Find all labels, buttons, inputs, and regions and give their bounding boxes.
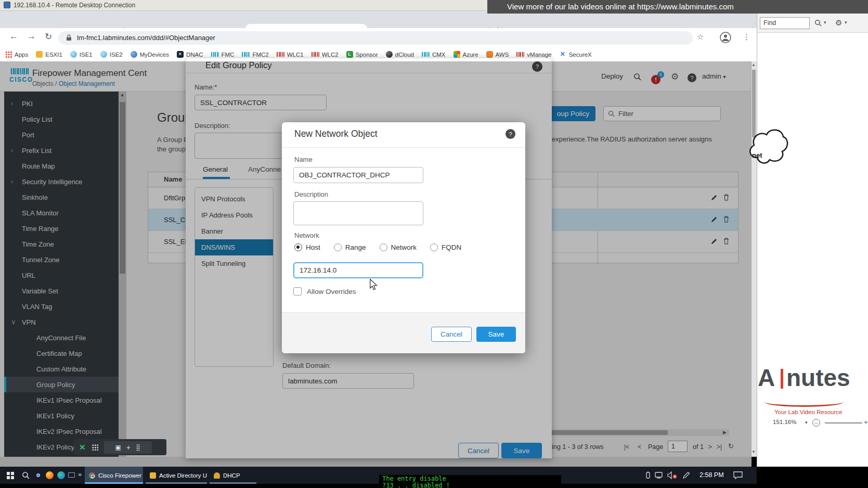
radio-network[interactable]: Network [380, 243, 417, 251]
apps-grid-icon[interactable] [92, 444, 98, 451]
azure-icon [454, 51, 460, 58]
logo-swoosh [765, 397, 844, 407]
forward-button[interactable]: → [27, 31, 36, 42]
profile-avatar[interactable] [720, 32, 731, 43]
ad-users-icon [150, 472, 156, 479]
radio-host[interactable]: Host [294, 243, 320, 251]
cisco-icon [242, 52, 250, 57]
bookmark-securex[interactable]: SecureX [560, 51, 592, 58]
usb-tray-icon[interactable] [645, 471, 651, 479]
cancel-button[interactable]: Cancel [431, 327, 472, 342]
bookmark-wlc1[interactable]: WLC1 [277, 52, 304, 58]
cloud-label: net [752, 151, 762, 159]
bookmark-fmc2[interactable]: FMC2 [242, 52, 268, 58]
object-name-field[interactable]: OBJ_CONTRACTOR_DHCP [293, 167, 423, 183]
sponsor-icon [346, 51, 353, 58]
add-icon[interactable]: + [126, 443, 131, 452]
taskbar-button-dhcp[interactable]: DHCP [210, 467, 256, 484]
zoom-level: 151.16% [773, 419, 796, 425]
bookmark-label: WLC2 [322, 52, 339, 58]
allow-overrides-checkbox[interactable] [293, 287, 302, 296]
bookmark-vmanage[interactable]: vManage [516, 52, 551, 58]
labminutes-logo-a: A [758, 364, 775, 392]
url-text: lm-fmc1.labminutes.com/ddd/#ObjectManage… [77, 34, 215, 42]
network-value-field[interactable]: 172.16.14.0 [293, 262, 423, 278]
rdp-client-icon[interactable] [68, 472, 75, 478]
object-description-field[interactable] [293, 201, 423, 225]
cisco-icon [516, 52, 524, 57]
securex-icon [560, 51, 566, 58]
scroll-up-icon[interactable]: ▲ [752, 62, 756, 67]
bookmark-dcloud[interactable]: dCloud [386, 51, 414, 58]
zoom-in-button[interactable]: + [864, 418, 868, 426]
bookmark-cmx[interactable]: CMX [422, 52, 446, 58]
caption-banner: View more of our lab videos online at ht… [487, 0, 868, 14]
bookmark-wlc2[interactable]: WLC2 [312, 52, 339, 58]
back-button[interactable]: ← [9, 31, 18, 42]
scroll-down-icon[interactable]: ▼ [752, 450, 756, 454]
gear-icon[interactable]: ⚙ [835, 18, 842, 28]
ise-icon [70, 51, 77, 58]
bookmark-label: FMC2 [252, 52, 268, 58]
windows-taskbar: » Cisco Firepower Man... Active Director… [0, 467, 757, 484]
bookmark-label: SecureX [569, 52, 592, 58]
edge-icon[interactable] [57, 471, 65, 479]
logo-tagline: Your Lab Video Resource [774, 409, 842, 415]
cisco-icon [312, 52, 319, 57]
zoom-slider-track[interactable] [825, 422, 862, 423]
radio-fqdn[interactable]: FQDN [430, 243, 461, 251]
tool-x-icon[interactable]: ✕ [79, 443, 86, 452]
network-tray-icon[interactable] [655, 472, 663, 479]
clock[interactable]: 2:58 PM [699, 471, 724, 479]
caret-down-icon[interactable]: ▾ [805, 420, 808, 425]
bookmark-label: Azure [463, 52, 478, 58]
help-icon[interactable]: ? [506, 129, 515, 139]
find-input[interactable]: Find [760, 17, 810, 29]
browser-toolbar: ← → ↻ lm-fmc1.labminutes.com/ddd/#Object… [0, 28, 757, 47]
tool-group: ▣ + ⣿ [104, 441, 152, 454]
radio-range[interactable]: Range [334, 243, 366, 251]
bookmark-mydevices[interactable]: MyDevices [131, 51, 169, 58]
bookmark-ise1[interactable]: ISE1 [70, 51, 93, 58]
description-label: Description [294, 190, 328, 198]
bookmark-label: MyDevices [140, 52, 169, 58]
find-toolbar: Find ▾ ⚙ ▾ [757, 14, 868, 33]
taskbar-button-firepower[interactable]: Cisco Firepower Man... [85, 467, 143, 484]
caption-text: View more of our lab videos online at ht… [507, 2, 734, 11]
taskbar-button-ad-users[interactable]: Active Directory Users... [146, 467, 207, 484]
zoom-out-button[interactable]: — [812, 419, 820, 427]
screen: 192.168.10.4 - Remote Desktop Connection… [0, 0, 868, 488]
browser-menu-icon[interactable]: ⋮ [743, 32, 750, 42]
bookmark-star-icon[interactable]: ☆ [697, 32, 704, 42]
taskbar-search-icon[interactable] [22, 471, 30, 479]
bookmark-aws[interactable]: AWS [486, 51, 509, 58]
bookmark-ise2[interactable]: ISE2 [100, 51, 123, 58]
action-center-icon[interactable] [733, 471, 743, 479]
start-button[interactable] [7, 472, 10, 475]
bookmark-label: FMC [222, 52, 235, 58]
overflow-chevron-icon[interactable]: » [78, 470, 82, 478]
drag-handle-icon[interactable]: ⣿ [136, 444, 140, 451]
caret-down-icon[interactable]: ▾ [824, 20, 826, 25]
bookmark-label: CMX [432, 52, 446, 58]
taskbar-button-label: Cisco Firepower Man... [98, 472, 143, 479]
page-scrollbar[interactable]: ▲ ▼ [751, 61, 757, 457]
bookmark-fmc[interactable]: FMC [211, 52, 235, 58]
firefox-icon[interactable] [46, 471, 54, 479]
pen-tray-icon[interactable] [682, 471, 690, 479]
reload-button[interactable]: ↻ [45, 31, 52, 42]
bookmark-esxi1[interactable]: ESXI1 [36, 51, 62, 58]
capture-frame-icon[interactable]: ▣ [115, 444, 121, 451]
bookmark-azure[interactable]: Azure [454, 51, 478, 58]
find-search-icon[interactable] [814, 19, 822, 27]
taskbar-button-label: DHCP [223, 472, 240, 479]
bookmark-sponsor[interactable]: Sponsor [346, 51, 378, 58]
bookmark-dnac[interactable]: DNAC [177, 51, 203, 58]
address-bar[interactable]: lm-fmc1.labminutes.com/ddd/#ObjectManage… [58, 31, 693, 45]
cisco-icon [211, 52, 219, 57]
caret-down-icon[interactable]: ▾ [845, 20, 847, 25]
volume-muted-icon[interactable] [667, 471, 678, 479]
apps-menu[interactable]: Apps [5, 51, 28, 58]
save-button[interactable]: Save [476, 327, 516, 342]
dhcp-icon [214, 472, 220, 479]
